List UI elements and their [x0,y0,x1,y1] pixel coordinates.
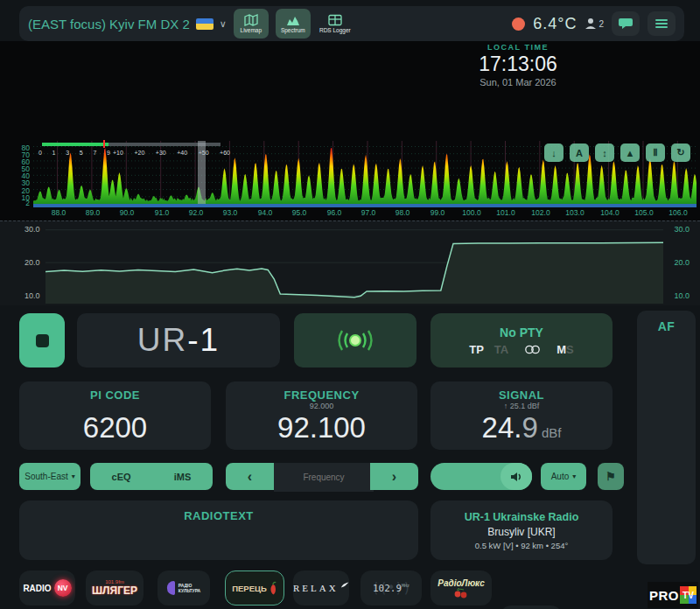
hist-tick-right: 10.0 [674,291,690,300]
station-location: Brusyliv [UKR] [430,526,612,538]
stop-square-icon [36,334,49,347]
livemap-label: Livemap [241,27,262,33]
antenna-select[interactable]: South-East▾ [19,463,80,490]
record-button[interactable] [19,313,65,368]
logo-relax[interactable]: RELAX [293,570,349,606]
pi-code-label: PI CODE [90,388,140,402]
radiotext-label: RADIOTEXT [19,509,418,522]
pi-code-box: PI CODE 6200 [19,382,211,450]
rds-flags: TP TA MS [469,343,574,356]
s-meter-peak-tick [103,140,105,148]
spectrum-x-tick: 104.0 [599,208,620,217]
spectrum-x-tick: 94.0 [255,208,276,217]
graph-style-button[interactable]: ▲ [620,144,640,162]
report-flag-button[interactable]: ⚑ [598,463,624,490]
chevron-down-icon: ▾ [572,472,576,480]
af-list-panel: AF [637,311,696,564]
radionv-text: RADIO [23,584,51,593]
spectrum-button[interactable]: Spectrum [276,9,311,38]
person-icon [584,18,597,30]
pi-code-value: 6200 [83,411,147,444]
hist-tick-left: 30.0 [24,225,40,234]
ims-toggle[interactable]: iMS [174,472,192,482]
spectrum-x-tick: 102.0 [530,208,551,217]
pro-text: PRO [649,588,679,603]
kultura-icon [167,581,175,595]
spectrum-toolbar: ↓ A ↕ ▲ Ⅱ ↻ [544,144,690,162]
hold-mode-button[interactable]: ↓ [544,144,564,162]
user-counter: 2 [584,18,604,30]
kultura-line2: КУЛЬТУРА [178,588,200,593]
ceq-toggle[interactable]: cEQ [112,472,131,482]
lux-text: РадіоЛюкс [438,578,484,588]
pty-box: No PTY TP TA MS [430,313,612,368]
tp-flag: TP [469,343,484,356]
pepper-icon [269,581,277,596]
logo-frequency-106-9[interactable]: ((•)) 106.9MHz [500,606,562,609]
band-bar [33,204,696,207]
volume-slider[interactable] [430,463,532,490]
signal-history-chart [46,223,663,304]
hamburger-icon [655,18,668,30]
chat-bubble-icon [619,18,633,30]
pro-tv-logo: PRO TV [648,582,698,608]
menu-button[interactable] [648,11,676,36]
auto-mode-select[interactable]: Auto▾ [541,463,586,490]
ps-name-box: UR-1 [77,313,280,368]
perets-text: ПЕРЕЦЬ [232,584,267,593]
station-name: UR-1 Ukrainske Radio [430,511,612,523]
hist-tick-right: 30.0 [674,225,690,234]
logo-radio-lux[interactable]: РадіоЛюкс [430,570,492,606]
af-label: AF [637,319,696,333]
logo-radio-nv[interactable]: RADIO NV [19,570,75,606]
rds-logger-button[interactable]: RDS Logger [318,9,353,38]
logo-radio-kultura[interactable]: РАДІО КУЛЬТУРА [158,570,210,606]
user-count: 2 [598,19,604,29]
station-info-panel: UR-1 Ukrainske Radio Brusyliv [UKR] 0.5 … [430,500,612,560]
spectrum-y-tick: 2 [16,199,30,207]
frequency-label: FREQUENCY [284,388,359,402]
server-title: (EAST focus) Kyiv FM DX 2 [28,17,190,32]
spectrum-x-tick: 106.0 [668,208,689,217]
spectrum-x-tick: 97.0 [358,208,379,217]
top-bar: (EAST focus) Kyiv FM DX 2 ∨ Livemap Spec… [19,6,684,41]
spectrum-x-tick: 92.0 [186,208,206,217]
frequency-down-button[interactable]: ‹ [226,463,274,490]
temperature-dot-icon [512,18,525,31]
ps-name-bright: -1 [187,322,220,359]
frequency-value: 92.100 [277,411,366,444]
vertical-scale-button[interactable]: ↕ [595,144,614,162]
frequency-input[interactable] [274,463,374,492]
chat-button[interactable] [612,11,640,36]
logo-frequency-102-9[interactable]: ((•)) 102.9MHz [360,570,422,606]
temperature-value: 6.4°C [533,15,577,33]
map-icon [244,14,258,26]
signal-box: SIGNAL ↑ 25.1 dBf 24.9 dBf [430,382,612,450]
logo-shlyager[interactable]: 101.9fm ШЛЯГЕР [86,570,144,606]
s-meter: 013 579 +10+20+30 +40+50+60 [38,141,240,156]
livemap-button[interactable]: Livemap [234,9,269,38]
server-selector[interactable]: (EAST focus) Kyiv FM DX 2 ∨ [28,17,227,32]
local-time-value: 17:13:06 [439,52,597,76]
logo-perets-active[interactable]: ПЕРЕЦЬ [225,570,284,606]
pause-button[interactable]: Ⅱ [646,144,665,162]
signal-peak: ↑ 25.1 dBf [504,402,540,411]
frequency-up-button[interactable]: › [370,463,418,490]
speaker-icon [510,472,522,482]
autoscale-button[interactable]: A [570,144,589,162]
relax-text: RELAX [293,583,339,593]
stereo-circles-icon [524,345,541,354]
refresh-button[interactable]: ↻ [671,144,690,162]
ms-flag-s: S [566,343,574,356]
spectrum-x-tick: 89.0 [82,208,103,217]
spectrum-x-tick: 95.0 [289,208,310,217]
bird-icon [340,581,349,589]
spectrum-x-tick: 105.0 [634,208,654,217]
eq-ims-toggle[interactable]: cEQ iMS [90,463,213,490]
volume-handle[interactable] [500,463,532,490]
radionv-badge: NV [54,579,72,597]
cherries-icon [453,588,469,598]
spectrum-x-tick: 99.0 [427,208,448,217]
signal-value: 24.9 dBf [482,411,562,444]
shlyager-text: ШЛЯГЕР [92,584,137,597]
